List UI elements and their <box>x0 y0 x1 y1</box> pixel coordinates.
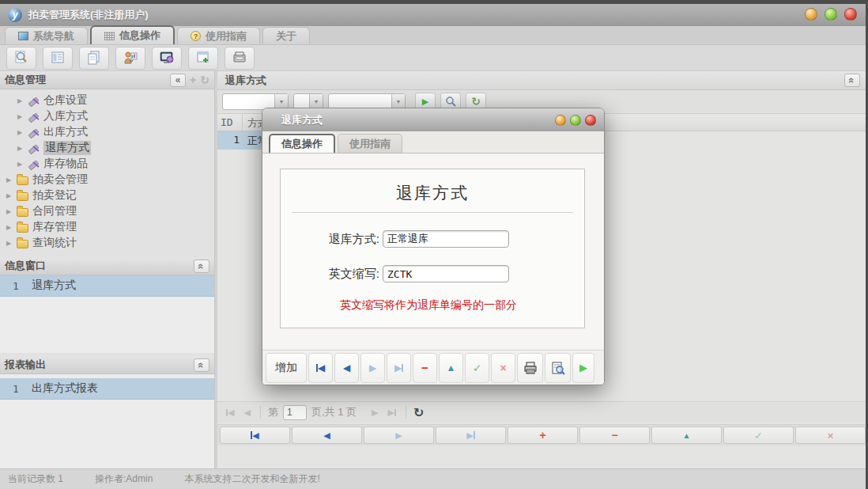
dialog-save-button[interactable]: ✓ <box>465 353 489 383</box>
tree-item-contract-mgmt[interactable]: ▶ 合同管理 <box>0 203 214 219</box>
report-list-item[interactable]: 1 出库方式报表 <box>0 378 214 400</box>
operator-text: 操作者:Admin <box>95 472 153 486</box>
grid-col-id[interactable]: ID <box>217 114 243 131</box>
next-icon: ▶ <box>372 408 378 418</box>
dialog-print-button[interactable] <box>517 353 543 383</box>
record-first-button[interactable]: ◀ <box>220 426 290 444</box>
main-panel-title: 退库方式 <box>225 74 266 88</box>
dialog-tab-info-operation[interactable]: 信息操作 <box>269 134 335 153</box>
abbr-input[interactable] <box>383 265 509 282</box>
chevron-up-icon: « <box>847 78 857 83</box>
expand-arrow-icon[interactable]: ▶ <box>17 161 24 168</box>
window-add-button[interactable] <box>188 47 218 70</box>
minimize-button[interactable] <box>805 8 817 21</box>
window-panel-list: 1 退库方式 <box>0 275 214 353</box>
reload-grid-button[interactable]: ↻ <box>413 405 424 420</box>
dropdown-arrow-icon[interactable]: ▼ <box>391 94 405 109</box>
dialog-cancel-button[interactable]: × <box>491 353 515 383</box>
tab-info-operation[interactable]: 信息操作 <box>90 25 175 44</box>
dialog-close-button[interactable] <box>585 115 596 126</box>
method-field-label: 退库方式: <box>281 232 379 247</box>
refresh-icon[interactable]: ↻ <box>200 74 209 86</box>
dialog-run-button[interactable]: ▶ <box>572 353 594 383</box>
tree-item-query-stats[interactable]: ▶ 查询统计 <box>0 235 214 251</box>
expand-arrow-icon[interactable]: ▶ <box>6 208 13 215</box>
method-input[interactable] <box>383 230 509 248</box>
tree-item-label-selected: 退库方式 <box>43 141 91 155</box>
expand-arrow-icon[interactable]: ▶ <box>6 240 13 247</box>
record-delete-button[interactable]: − <box>579 426 650 444</box>
dialog-print-preview-button[interactable] <box>545 353 571 383</box>
dialog-first-button[interactable]: ◀ <box>308 353 333 383</box>
tab-user-guide[interactable]: ? 使用指南 <box>177 27 260 44</box>
card-file-button[interactable] <box>225 47 255 70</box>
collapse-panel-button[interactable]: « <box>194 358 209 372</box>
close-button[interactable] <box>844 8 857 21</box>
tree-item-stock-mgmt[interactable]: ▶ 库存管理 <box>0 219 214 235</box>
last-icon: ▶ <box>466 430 473 441</box>
card-file-icon <box>232 50 247 66</box>
window-frame-top <box>0 0 868 4</box>
print-preview-icon <box>551 361 565 375</box>
last-page-button[interactable]: ▶ <box>385 408 398 418</box>
add-icon[interactable]: + <box>190 74 196 86</box>
tree-item-stock-items[interactable]: ▶ 库存物品 <box>0 156 214 172</box>
record-cancel-button[interactable]: × <box>795 426 866 444</box>
dialog-minimize-button[interactable] <box>555 115 566 126</box>
record-last-button[interactable]: ▶ <box>436 426 506 444</box>
expand-arrow-icon[interactable]: ▶ <box>6 192 13 199</box>
tree-item-warehouse-setup[interactable]: ▶ 仓库设置 <box>0 93 214 108</box>
dropdown-arrow-icon[interactable]: ▼ <box>309 94 323 109</box>
record-edit-button[interactable]: ▲ <box>651 426 722 444</box>
record-nav-bar: ◀ ◀ ▶ ▶ + − ▲ ✓ × <box>217 424 868 445</box>
dialog-prev-button[interactable]: ◀ <box>334 353 359 383</box>
record-next-button[interactable]: ▶ <box>364 426 434 444</box>
user-report-button[interactable] <box>115 47 145 70</box>
tab-system-nav[interactable]: 系统导航 <box>5 27 88 44</box>
dialog-next-button[interactable]: ▶ <box>360 353 385 383</box>
monitor-web-button[interactable] <box>152 47 182 70</box>
dialog-tab-label: 使用指南 <box>349 137 391 151</box>
expand-arrow-icon[interactable]: ▶ <box>6 224 13 231</box>
collapse-panel-button[interactable]: « <box>194 260 209 273</box>
tree-item-auction-register[interactable]: ▶ 拍卖登记 <box>0 188 214 203</box>
dialog-delete-button[interactable]: − <box>413 353 437 383</box>
prev-page-button[interactable]: ◀ <box>241 408 252 418</box>
row-index: 1 <box>0 383 32 395</box>
expand-arrow-icon[interactable]: ▶ <box>6 176 13 184</box>
document-copy-button[interactable] <box>79 47 109 70</box>
collapse-sidebar-button[interactable]: « <box>170 74 186 87</box>
tree-item-label: 合同管理 <box>32 204 77 218</box>
expand-arrow-icon[interactable]: ▶ <box>17 113 24 120</box>
form-divider <box>292 212 573 213</box>
tree-item-label: 库存物品 <box>43 157 88 171</box>
dialog-last-button[interactable]: ▶ <box>387 353 411 383</box>
dialog-maximize-button[interactable] <box>570 115 581 126</box>
tree-item-outbound-method[interactable]: ▶ 出库方式 <box>0 124 214 140</box>
tree-item-return-method[interactable]: ▶ 退库方式 <box>0 140 214 156</box>
tree-item-auction-mgmt[interactable]: ▶ 拍卖会管理 <box>0 172 214 188</box>
dropdown-arrow-icon[interactable]: ▼ <box>274 94 288 109</box>
collapse-main-button[interactable]: « <box>844 74 860 87</box>
tab-about[interactable]: 关于 <box>262 27 310 44</box>
page-number-input[interactable] <box>283 405 307 420</box>
search-preview-button[interactable] <box>6 47 36 70</box>
dialog-edit-button[interactable]: ▲ <box>439 353 463 383</box>
tab-label: 信息操作 <box>119 28 160 43</box>
expand-arrow-icon[interactable]: ▶ <box>17 97 24 104</box>
record-save-button[interactable]: ✓ <box>723 426 794 444</box>
maximize-button[interactable] <box>825 8 837 21</box>
next-page-button[interactable]: ▶ <box>369 408 380 418</box>
titlebar: y 拍卖管理系统(非注册用户) <box>0 4 868 26</box>
record-add-button[interactable]: + <box>508 426 578 444</box>
expand-arrow-icon[interactable]: ▶ <box>17 129 24 136</box>
add-record-button[interactable]: 增加 <box>266 353 307 383</box>
form-view-button[interactable] <box>43 47 73 70</box>
window-list-item[interactable]: 1 退库方式 <box>0 275 214 297</box>
tree-item-inbound-method[interactable]: ▶ 入库方式 <box>0 108 214 124</box>
dialog-tab-user-guide[interactable]: 使用指南 <box>338 134 402 153</box>
first-page-button[interactable]: ◀ <box>224 408 236 418</box>
record-prev-button[interactable]: ◀ <box>292 426 362 444</box>
expand-arrow-icon[interactable]: ▶ <box>17 145 24 152</box>
info-panel-title: 信息管理 <box>5 73 46 87</box>
